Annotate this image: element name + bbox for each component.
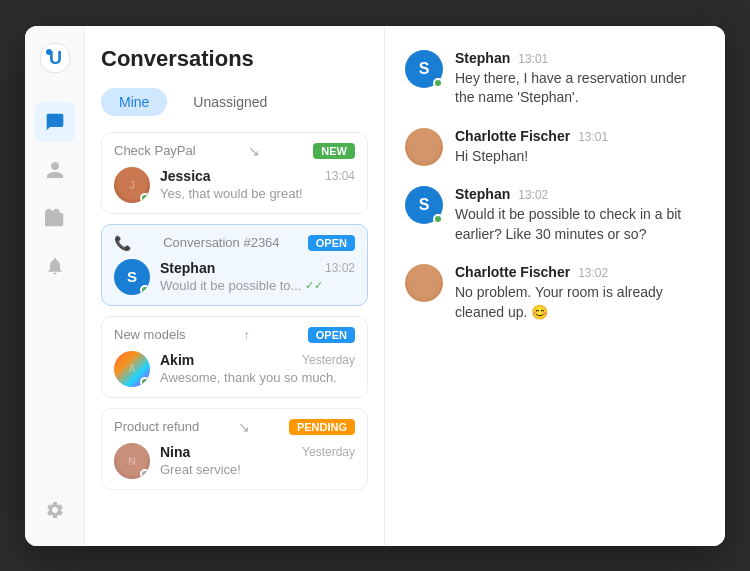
chat-time-1: 13:01 [518,52,548,66]
chat-avatar-stephan-1: S [405,50,443,88]
chat-message-1: S Stephan 13:01 Hey there, I have a rese… [405,50,705,108]
chat-message-2: Charlotte Fischer 13:01 Hi Stephan! [405,128,705,167]
chat-name-time-1: Stephan 13:01 [455,50,705,66]
chat-avatar-stephan-2: S [405,186,443,224]
conversation-item-2[interactable]: 📞 Conversation #2364 OPEN S Stephan 13:0… [101,224,368,306]
conversation-list: Check PayPal ↘ NEW J Jessica 13:04 [101,132,368,490]
chat-message-3: S Stephan 13:02 Would it be possible to … [405,186,705,244]
conversation-item-3[interactable]: New models ↑ OPEN A Akim Yesterday [101,316,368,398]
conv-info-4: Nina Yesterday Great service! [160,444,355,477]
chat-panel: S Stephan 13:01 Hey there, I have a rese… [385,26,725,546]
avatar-akim: A [114,351,150,387]
conversation-item-4[interactable]: Product refund ↘ PENDING N Nina Yesterda… [101,408,368,490]
chat-time-4: 13:02 [578,266,608,280]
page-title: Conversations [101,46,368,72]
conv-body-4: N Nina Yesterday Great service! [114,443,355,479]
conv-subject-2: Conversation #2364 [163,235,279,250]
conv-time-4: Yesterday [302,445,355,459]
conv-name-1: Jessica [160,168,211,184]
conv-name-3: Akim [160,352,194,368]
chat-sender-3: Stephan [455,186,510,202]
nav-campaigns[interactable] [35,198,75,238]
conv-name-row-4: Nina Yesterday [160,444,355,460]
avatar-stephan: S [114,259,150,295]
chat-sender-1: Stephan [455,50,510,66]
conv-info-1: Jessica 13:04 Yes, that would be great! [160,168,355,201]
conv-name-row-1: Jessica 13:04 [160,168,355,184]
conv-header-3: New models ↑ OPEN [114,327,355,343]
chat-text-3: Would it be possible to check in a bit e… [455,205,705,244]
conv-name-row-3: Akim Yesterday [160,352,355,368]
conv-preview-1: Yes, that would be great! [160,186,355,201]
conv-preview-3: Awesome, thank you so much. [160,370,355,385]
conv-name-row-2: Stephan 13:02 [160,260,355,276]
conv-body-3: A Akim Yesterday Awesome, thank you so m… [114,351,355,387]
chat-text-2: Hi Stephan! [455,147,705,167]
nav-contacts[interactable] [35,150,75,190]
chat-avatar-charlotte-1 [405,128,443,166]
conv-header-4: Product refund ↘ PENDING [114,419,355,435]
tabs: Mine Unassigned [101,88,368,116]
conv-time-3: Yesterday [302,353,355,367]
chat-content-1: Stephan 13:01 Hey there, I have a reserv… [455,50,705,108]
chat-sender-4: Charlotte Fischer [455,264,570,280]
conv-preview-4: Great service! [160,462,355,477]
svg-point-2 [46,49,52,55]
conv-time-2: 13:02 [325,261,355,275]
conv-icon-1: ↘ [248,143,260,159]
chat-avatar-charlotte-2 [405,264,443,302]
conv-info-2: Stephan 13:02 Would it be possible to...… [160,260,355,293]
nav-conversations[interactable] [35,102,75,142]
chat-time-2: 13:01 [578,130,608,144]
chat-content-4: Charlotte Fischer 13:02 No problem. Your… [455,264,705,322]
chat-name-time-4: Charlotte Fischer 13:02 [455,264,705,280]
conv-icon-4: ↘ [238,419,250,435]
conv-info-3: Akim Yesterday Awesome, thank you so muc… [160,352,355,385]
conv-subject-3: New models [114,327,186,342]
chat-content-2: Charlotte Fischer 13:01 Hi Stephan! [455,128,705,167]
chat-name-time-2: Charlotte Fischer 13:01 [455,128,705,144]
avatar-jessica: J [114,167,150,203]
phone-icon-2: 📞 [114,235,131,251]
conv-badge-2: OPEN [308,235,355,251]
conv-badge-4: PENDING [289,419,355,435]
conv-header-2: 📞 Conversation #2364 OPEN [114,235,355,251]
conversation-item-1[interactable]: Check PayPal ↘ NEW J Jessica 13:04 [101,132,368,214]
double-check-icon: ✓✓ [305,279,323,292]
conv-header-1: Check PayPal ↘ NEW [114,143,355,159]
sidebar-nav: U [25,26,85,546]
conv-time-1: 13:04 [325,169,355,183]
chat-text-4: No problem. Your room is already cleaned… [455,283,705,322]
conv-name-2: Stephan [160,260,215,276]
app-logo: U [39,42,71,78]
conv-icon-3: ↑ [243,327,250,343]
conv-badge-3: OPEN [308,327,355,343]
conv-preview-2: Would it be possible to... ✓✓ [160,278,355,293]
chat-sender-2: Charlotte Fischer [455,128,570,144]
tab-mine[interactable]: Mine [101,88,167,116]
nav-settings[interactable] [35,490,75,530]
conversations-panel: Conversations Mine Unassigned Check PayP… [85,26,385,546]
nav-notifications[interactable] [35,246,75,286]
conv-body-2: S Stephan 13:02 Would it be possible to.… [114,259,355,295]
chat-text-1: Hey there, I have a reservation under th… [455,69,705,108]
chat-time-3: 13:02 [518,188,548,202]
chat-content-3: Stephan 13:02 Would it be possible to ch… [455,186,705,244]
conv-badge-1: NEW [313,143,355,159]
chat-name-time-3: Stephan 13:02 [455,186,705,202]
conv-name-4: Nina [160,444,190,460]
avatar-nina: N [114,443,150,479]
conv-body-1: J Jessica 13:04 Yes, that would be great… [114,167,355,203]
conv-subject-4: Product refund [114,419,199,434]
chat-message-4: Charlotte Fischer 13:02 No problem. Your… [405,264,705,322]
app-window: U [25,26,725,546]
tab-unassigned[interactable]: Unassigned [175,88,285,116]
conv-subject-1: Check PayPal [114,143,196,158]
